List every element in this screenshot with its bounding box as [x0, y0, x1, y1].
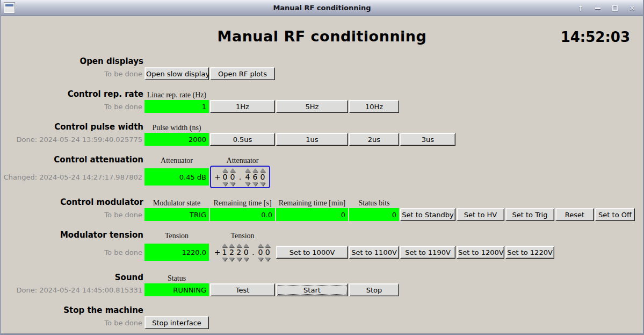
spinner-increment-arrow-icon[interactable] — [252, 168, 258, 172]
spinner-digit: 0 — [230, 173, 235, 181]
spinner-digit-cell: + — [214, 168, 221, 186]
spinner-digit-cell: 0 — [257, 244, 264, 261]
spinner-increment-arrow-icon[interactable] — [222, 244, 227, 247]
spinner-digit-cell: 0 — [221, 168, 229, 186]
spinner-decrement-arrow-icon[interactable] — [230, 182, 235, 186]
tension-readback: 1220.0 — [144, 244, 209, 261]
set-to-1220v-button[interactable]: Set to 1220V — [505, 246, 554, 259]
remaining-time-min-label: Remaining time [min] — [276, 199, 348, 208]
spinner-increment-arrow-icon[interactable] — [236, 244, 242, 247]
spinner-digit: 2 — [229, 248, 234, 256]
tension-setpoint-label: Tension — [210, 232, 275, 240]
spinner-digit: 6 — [253, 173, 258, 181]
set-to-1000v-button[interactable]: Set to 1000V — [276, 246, 348, 259]
pulse-width-3us-button[interactable]: 3us — [400, 133, 455, 146]
pulse-width-1us-button[interactable]: 1us — [276, 133, 348, 146]
spinner-increment-arrow-icon[interactable] — [243, 244, 249, 247]
status-text: To be done — [1, 103, 143, 111]
set-to-hv-button[interactable]: Set to HV — [457, 208, 504, 221]
set-to-trig-button[interactable]: Set to Trig — [505, 208, 554, 221]
section-tension: Modulator tension Tension Tension To be … — [1, 229, 643, 263]
remaining-time-min-readback: 0 — [276, 208, 348, 221]
maximize-icon[interactable] — [611, 4, 619, 12]
section-modulator: Control modulator Modulator state Remain… — [1, 196, 643, 221]
reset-button[interactable]: Reset — [555, 208, 594, 221]
open-rf-plots-button[interactable]: Open RF plots — [210, 67, 275, 80]
section-pulse-width: Control pulse width Pulse width (ns) Don… — [1, 121, 643, 146]
spinner-digit: . — [239, 173, 241, 181]
spinner-increment-arrow-icon[interactable] — [229, 244, 234, 247]
section-heading: Sound — [1, 273, 143, 283]
status-text: Changed: 2024-05-24 14:27:17.987802 — [1, 173, 143, 181]
spinner-decrement-arrow-icon[interactable] — [258, 258, 263, 261]
minimize-glyph — [595, 8, 600, 9]
stop-interface-button[interactable]: Stop interface — [144, 316, 209, 329]
spinner-digit-cell: 0 — [243, 244, 250, 261]
spinner-decrement-arrow-icon[interactable] — [222, 258, 227, 261]
section-heading: Stop the machine — [1, 305, 143, 316]
sound-status-label: Status — [144, 274, 209, 283]
spinner-digit: 4 — [245, 173, 250, 181]
sound-stop-button[interactable]: Stop — [349, 283, 399, 296]
spinner-digit: 0 — [261, 173, 265, 181]
pulse-width-0-5us-button[interactable]: 0.5us — [210, 133, 275, 146]
rep-rate-10hz-button[interactable]: 10Hz — [349, 100, 399, 113]
spinner-digit: . — [252, 248, 254, 256]
window-title: Manual RF conditionning — [1, 4, 643, 12]
spinner-increment-arrow-icon[interactable] — [245, 168, 250, 172]
app-window: Manual RF conditionning ↑ ✕ Manual RF co… — [0, 0, 644, 335]
section-heading: Control attenuation — [1, 155, 143, 165]
spinner-digit: + — [214, 248, 221, 256]
spinner-increment-arrow-icon[interactable] — [222, 168, 228, 172]
sound-test-button[interactable]: Test — [210, 283, 275, 296]
window-controls: ↑ ✕ — [576, 0, 636, 16]
spinner-digit-cell: 0 — [264, 244, 271, 261]
rep-rate-1hz-button[interactable]: 1Hz — [210, 100, 275, 113]
spinner-increment-arrow-icon[interactable] — [230, 168, 235, 172]
section-stop-machine: Stop the machine To be done Stop interfa… — [1, 304, 643, 329]
spinner-increment-arrow-icon[interactable] — [265, 244, 270, 247]
attenuation-spinner: +00.460 — [210, 166, 270, 188]
spinner-digit: 0 — [223, 173, 228, 181]
status-text: To be done — [1, 319, 143, 327]
pulse-width-2us-button[interactable]: 2us — [349, 133, 399, 146]
set-to-1190v-button[interactable]: Set to 1190V — [400, 246, 455, 259]
set-to-standby-button[interactable]: Set to Standby — [400, 208, 455, 221]
spinner-decrement-arrow-icon[interactable] — [222, 182, 228, 186]
sound-start-button[interactable]: Start — [276, 283, 348, 296]
spinner-decrement-arrow-icon[interactable] — [243, 258, 249, 261]
spinner-decrement-arrow-icon[interactable] — [260, 182, 265, 186]
spinner-digit-cell: 0 — [229, 168, 236, 186]
spinner-decrement-arrow-icon[interactable] — [252, 182, 258, 186]
spinner-increment-arrow-icon[interactable] — [260, 168, 265, 172]
status-text: Done: 2024-05-24 14:45:00.815331 — [1, 286, 143, 294]
spinner-digit: 0 — [258, 248, 263, 256]
section-attenuation: Control attenuation Attenuator Attenuato… — [1, 154, 643, 188]
remaining-time-s-readback: 0.0 — [210, 208, 275, 221]
modulator-state-label: Modulator state — [144, 199, 209, 208]
spinner-digit: 2 — [236, 248, 241, 256]
spinner-digit-cell: 0 — [259, 168, 266, 186]
status-bits-label: Status bits — [349, 199, 399, 208]
minimize-icon[interactable] — [594, 4, 602, 12]
rep-rate-5hz-button[interactable]: 5Hz — [276, 100, 348, 113]
status-text: To be done — [1, 211, 143, 219]
section-heading: Control pulse width — [1, 122, 143, 132]
spinner-decrement-arrow-icon[interactable] — [229, 258, 234, 261]
spinner-decrement-arrow-icon[interactable] — [236, 258, 242, 261]
open-slow-display-button[interactable]: Open slow display — [144, 67, 209, 80]
spinner-increment-arrow-icon[interactable] — [258, 244, 263, 247]
spinner-digit: 1 — [222, 248, 227, 256]
spinner-digit: + — [214, 173, 221, 181]
set-to-1200v-button[interactable]: Set to 1200V — [457, 246, 504, 259]
set-to-off-button[interactable]: Set to Off — [595, 208, 635, 221]
spinner-digit-cell: 1 — [221, 244, 228, 261]
close-icon[interactable]: ✕ — [628, 4, 636, 12]
spinner-decrement-arrow-icon[interactable] — [265, 258, 270, 261]
maximize-glyph — [612, 5, 618, 11]
spinner-decrement-arrow-icon[interactable] — [245, 182, 250, 186]
window-menu-icon[interactable] — [4, 2, 15, 13]
set-to-1100v-button[interactable]: Set to 1100V — [349, 246, 399, 259]
shade-window-icon[interactable]: ↑ — [576, 4, 585, 12]
section-heading: Modulator tension — [1, 230, 143, 240]
